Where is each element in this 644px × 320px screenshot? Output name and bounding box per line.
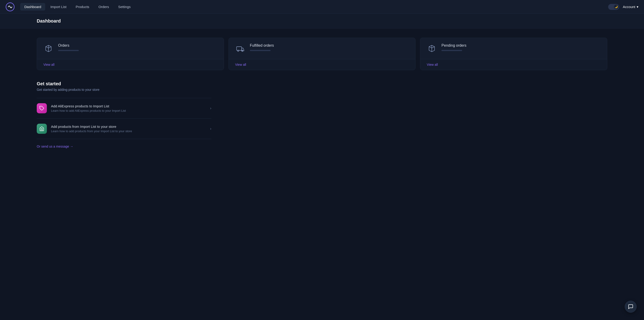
stat-card-orders-top: Orders [37, 38, 224, 59]
account-button[interactable]: Account ▾ [623, 5, 638, 9]
stat-info-pending: Pending orders [442, 44, 466, 51]
pending-box-icon [427, 44, 437, 54]
get-started-section: Get started Get started by adding produc… [37, 81, 211, 149]
stat-info-orders: Orders [58, 44, 79, 51]
truck-icon [235, 44, 245, 54]
stat-card-pending: Pending orders View all [420, 38, 607, 70]
main-content: Orders View all F [0, 29, 644, 158]
stat-card-fulfilled: Fulfilled orders View all [228, 38, 416, 70]
aliexpress-text: Add AliExpress products to Import List L… [51, 104, 206, 112]
stat-cards: Orders View all F [37, 38, 607, 70]
import-desc: Learn how to add products from your Impo… [51, 129, 206, 133]
get-started-item-import[interactable]: Add products from Import List to your st… [37, 119, 211, 139]
nav-item-orders[interactable]: Orders [94, 3, 113, 11]
svg-point-2 [238, 50, 239, 52]
stat-label-pending: Pending orders [442, 44, 466, 48]
chevron-right-icon-import: › [210, 127, 211, 131]
account-label: Account [623, 5, 635, 9]
view-all-orders[interactable]: View all [44, 63, 54, 67]
navbar: Dashboard Import List Products Orders Se… [0, 0, 644, 14]
nav-item-settings[interactable]: Settings [114, 3, 134, 11]
stat-card-orders: Orders View all [37, 38, 224, 70]
logo[interactable] [6, 2, 15, 12]
box-icon [44, 44, 54, 54]
aliexpress-title: Add AliExpress products to Import List [51, 104, 206, 108]
chevron-down-icon: ▾ [637, 5, 638, 9]
store-icon [37, 124, 47, 134]
page-title: Dashboard [37, 19, 607, 24]
get-started-item-aliexpress[interactable]: Add AliExpress products to Import List L… [37, 98, 211, 119]
get-started-subtitle: Get started by adding products to your s… [37, 88, 211, 92]
send-message-link[interactable]: Or send us a message → [37, 145, 73, 148]
stat-card-pending-footer: View all [420, 59, 607, 70]
nav-right: 🌙 Account ▾ [608, 4, 638, 10]
stat-bar-orders [58, 50, 79, 51]
svg-rect-1 [236, 47, 242, 50]
import-text: Add products from Import List to your st… [51, 125, 206, 133]
nav-item-dashboard[interactable]: Dashboard [20, 3, 45, 11]
import-title: Add products from Import List to your st… [51, 125, 206, 129]
view-all-fulfilled[interactable]: View all [235, 63, 246, 67]
aliexpress-desc: Learn how to add AliExpress products to … [51, 109, 206, 112]
aliexpress-icon [37, 103, 47, 113]
get-started-items: Add AliExpress products to Import List L… [37, 98, 211, 139]
stat-label-orders: Orders [58, 44, 79, 48]
stat-card-fulfilled-footer: View all [229, 59, 416, 70]
stat-info-fulfilled: Fulfilled orders [250, 44, 274, 51]
sub-header: Dashboard [0, 14, 644, 29]
stat-bar-pending [442, 50, 462, 51]
view-all-pending[interactable]: View all [427, 63, 438, 67]
nav-item-products[interactable]: Products [72, 3, 93, 11]
nav-item-import-list[interactable]: Import List [46, 3, 70, 11]
stat-card-fulfilled-top: Fulfilled orders [229, 38, 416, 59]
nav-links: Dashboard Import List Products Orders Se… [20, 3, 608, 11]
stat-card-pending-top: Pending orders [420, 38, 607, 59]
stat-label-fulfilled: Fulfilled orders [250, 44, 274, 48]
theme-toggle-thumb: 🌙 [614, 5, 618, 9]
stat-bar-fulfilled [250, 50, 270, 51]
theme-toggle[interactable]: 🌙 [608, 4, 619, 10]
get-started-title: Get started [37, 81, 211, 86]
stat-card-orders-footer: View all [37, 59, 224, 70]
chat-button[interactable] [625, 301, 637, 313]
chevron-right-icon-aliexpress: › [210, 106, 211, 110]
